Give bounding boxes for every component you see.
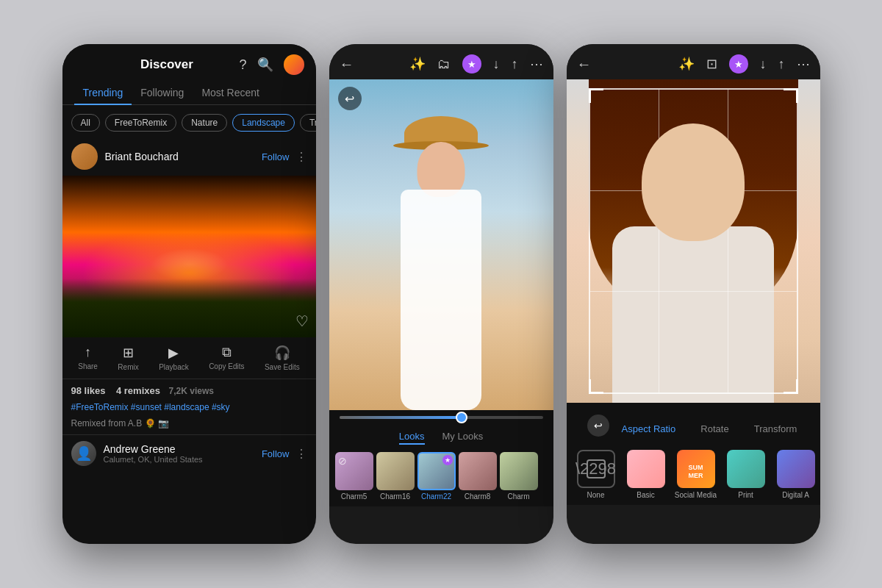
phone-editor: ← ✨ 🗂 ★ ↓ ↑ ⋯ ↩ <box>329 44 553 544</box>
back-arrow-icon[interactable]: ← <box>577 56 592 73</box>
filter-item-charm22[interactable]: ★ Charm22 <box>417 452 456 501</box>
crop-handle-br[interactable] <box>784 379 798 394</box>
save-edits-icon: 🎧 <box>274 345 290 361</box>
filter-label-charm5: Charm5 <box>341 492 368 501</box>
trees-silhouette <box>62 279 316 337</box>
woman-figure <box>375 101 507 410</box>
editor-photo: ↩ <box>329 79 553 410</box>
playback-icon: ▶ <box>168 345 179 361</box>
tab-most-recent[interactable]: Most Recent <box>193 81 268 104</box>
discover-header-icons: ? 🔍 <box>239 54 304 75</box>
ratio-print[interactable]: Print <box>724 450 768 499</box>
playback-action[interactable]: ▶ Playback <box>159 345 189 371</box>
filter-item-charm8[interactable]: Charm8 <box>459 452 497 501</box>
search-icon[interactable]: 🔍 <box>257 57 273 73</box>
playback-label: Playback <box>159 363 189 371</box>
layers-icon[interactable]: 🗂 <box>437 57 451 72</box>
more-icon-2[interactable]: ⋮ <box>295 447 307 461</box>
ratio-digital[interactable]: Digital A <box>774 450 818 499</box>
filter-label-charm8: Charm8 <box>465 492 491 501</box>
remix-action[interactable]: ⊞ Remix <box>118 345 138 371</box>
main-photo: ♡ <box>62 176 316 337</box>
more-icon[interactable]: ⋯ <box>530 56 543 72</box>
tab-looks[interactable]: Looks <box>399 431 425 445</box>
user-name-1: Briant Bouchard <box>105 151 262 162</box>
user-name-2: Andrew Greene <box>104 443 262 455</box>
filter-thumb-charm8 <box>459 452 497 490</box>
copy-edits-icon: ⧉ <box>222 345 232 360</box>
user-info-2: Andrew Greene Calumet, OK, United States <box>104 443 262 464</box>
follow-button-2[interactable]: Follow <box>262 448 290 459</box>
grid-line-v1 <box>659 90 659 392</box>
filter-chips: All FreeToRemix Nature Landscape Travel <box>62 111 316 137</box>
download-icon[interactable]: ↓ <box>493 57 500 72</box>
premium-star-icon[interactable]: ★ <box>729 54 748 74</box>
tab-trending[interactable]: Trending <box>74 81 132 104</box>
ratio-basic[interactable]: Basic <box>624 450 668 499</box>
remixed-from: Remixed from A.B 🌻 📷 <box>62 417 316 434</box>
follow-button-1[interactable]: Follow <box>262 151 290 162</box>
filter-all[interactable]: All <box>71 114 100 132</box>
hat <box>404 116 478 146</box>
crop-handle-tl[interactable] <box>589 88 603 103</box>
hashtags[interactable]: #FreeToRemix #sunset #landscape #sky <box>62 399 316 417</box>
filter-landscape[interactable]: Landscape <box>232 114 295 132</box>
ratio-none-label: None <box>587 491 605 499</box>
help-icon[interactable]: ? <box>239 57 246 73</box>
more-icon[interactable]: ⋯ <box>797 56 810 72</box>
save-edits-label: Save Edits <box>265 363 300 371</box>
user-avatar-icon[interactable] <box>284 54 304 75</box>
filter-thumb-charm <box>500 452 538 490</box>
discover-title: Discover <box>140 57 193 72</box>
undo-button[interactable]: ↩ <box>338 87 362 110</box>
magic-wand-icon[interactable]: ✨ <box>678 56 695 72</box>
tab-following[interactable]: Following <box>132 81 193 104</box>
filter-item-charm[interactable]: Charm <box>500 452 538 501</box>
crop-icon[interactable]: ⊡ <box>706 56 717 72</box>
tab-my-looks[interactable]: My Looks <box>442 431 484 445</box>
filter-travel[interactable]: Travel <box>300 114 316 132</box>
tool-tabs: Aspect Ratio Rotate Transform <box>609 423 810 434</box>
tab-aspect-ratio[interactable]: Aspect Ratio <box>622 423 676 434</box>
filter-nature[interactable]: Nature <box>182 114 227 132</box>
user-avatar-2: 👤 <box>71 441 96 466</box>
share-label: Share <box>78 362 98 370</box>
face-shape <box>642 123 745 241</box>
tab-transform[interactable]: Transform <box>754 423 797 434</box>
save-edits-action[interactable]: 🎧 Save Edits <box>265 345 300 371</box>
copy-edits-action[interactable]: ⧉ Copy Edits <box>209 345 244 371</box>
magic-wand-icon[interactable]: ✨ <box>409 56 426 72</box>
bottom-tools: ↩ Aspect Ratio Rotate Transform None <box>567 403 820 505</box>
remix-label: Remix <box>118 363 138 371</box>
share-action[interactable]: ↑ Share <box>78 345 98 371</box>
undo-button[interactable]: ↩ <box>587 415 609 437</box>
slider-row <box>329 410 553 425</box>
premium-star-icon[interactable]: ★ <box>462 54 481 74</box>
looks-tabs: Looks My Looks <box>329 425 553 449</box>
likes-count: 98 likes <box>71 385 106 396</box>
tab-rotate[interactable]: Rotate <box>700 423 728 434</box>
ratio-digital-label: Digital A <box>782 491 809 499</box>
editor-header-icons: ✨ 🗂 ★ ↓ ↑ ⋯ <box>409 54 543 74</box>
filter-label-charm: Charm <box>507 492 529 501</box>
filter-freetoremix[interactable]: FreeToRemix <box>105 114 176 132</box>
back-icon[interactable]: ← <box>340 56 354 73</box>
filter-item-charm16[interactable]: Charm16 <box>376 452 415 501</box>
crop-handle-bl[interactable] <box>589 379 603 394</box>
crop-area[interactable] <box>567 79 820 403</box>
like-button[interactable]: ♡ <box>295 312 309 330</box>
crop-handle-tr[interactable] <box>784 88 798 103</box>
ratio-none[interactable]: None <box>574 450 618 499</box>
discover-tabs: Trending Following Most Recent <box>62 81 316 105</box>
filter-slider[interactable] <box>340 416 543 419</box>
crop-header-icons: ✨ ⊡ ★ ↓ ↑ ⋯ <box>678 54 810 74</box>
remix-icon: ⊞ <box>123 345 134 361</box>
slider-thumb[interactable] <box>456 412 467 423</box>
filter-thumb-charm16 <box>376 452 415 490</box>
filter-item-charm5[interactable]: ⊘ Charm5 <box>335 452 373 501</box>
more-icon-1[interactable]: ⋮ <box>295 150 307 164</box>
share-icon[interactable]: ↑ <box>512 57 518 72</box>
ratio-social-media[interactable]: SUMMER Social Media <box>674 450 718 499</box>
download-icon[interactable]: ↓ <box>760 57 767 72</box>
share-icon[interactable]: ↑ <box>778 57 785 72</box>
